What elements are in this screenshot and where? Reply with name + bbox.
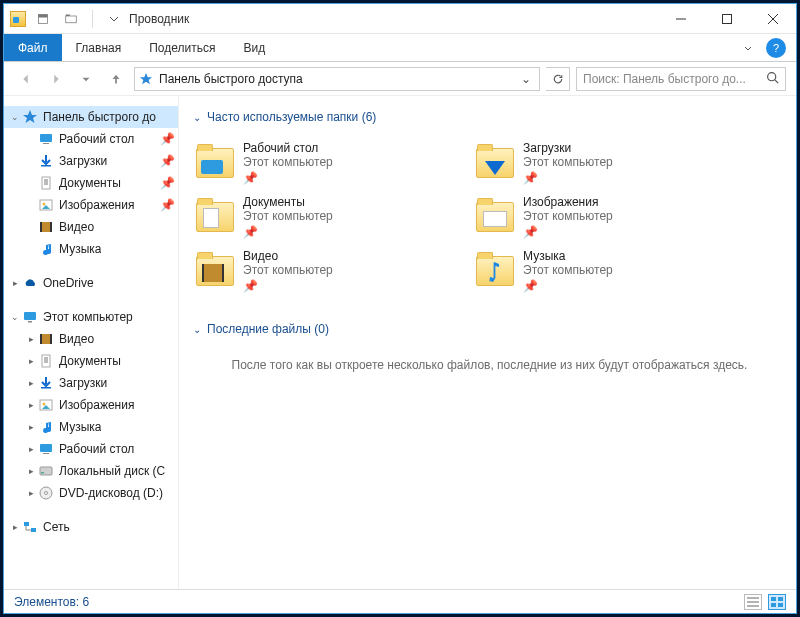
- tile-download[interactable]: ЗагрузкиЭтот компьютер📌: [473, 138, 743, 188]
- tree-network[interactable]: ▸Сеть: [4, 516, 178, 538]
- minimize-button[interactable]: [658, 4, 704, 34]
- tab-view[interactable]: Вид: [229, 34, 279, 61]
- tile-vid[interactable]: ВидеоЭтот компьютер📌: [193, 246, 463, 296]
- chevron-icon: ▸: [24, 466, 38, 476]
- folder-icon: [195, 251, 235, 291]
- explorer-window: Проводник Файл Главная Поделиться Вид ? …: [3, 3, 797, 614]
- tree-pc-disk[interactable]: ▸Локальный диск (C: [4, 460, 178, 482]
- folder-icon: [475, 197, 515, 237]
- window-controls: [658, 4, 796, 34]
- qat-properties-icon[interactable]: [32, 8, 54, 30]
- chevron-icon: ▸: [24, 400, 38, 410]
- tree-onedrive[interactable]: ▸OneDrive: [4, 272, 178, 294]
- search-icon: [766, 71, 779, 87]
- app-icon: [10, 11, 26, 27]
- quickaccess-star-icon: [139, 72, 153, 86]
- svg-point-22: [43, 403, 46, 406]
- svg-rect-25: [40, 467, 52, 475]
- pin-icon: 📌: [160, 132, 172, 146]
- tree-pc-downloads[interactable]: ▸Загрузки: [4, 372, 178, 394]
- tile-texts: МузыкаЭтот компьютер📌: [523, 249, 613, 293]
- tile-texts: Рабочий столЭтот компьютер📌: [243, 141, 333, 185]
- tree-label: OneDrive: [43, 276, 94, 290]
- tile-texts: ДокументыЭтот компьютер📌: [243, 195, 333, 239]
- tile-desktop[interactable]: Рабочий столЭтот компьютер📌: [193, 138, 463, 188]
- tab-home[interactable]: Главная: [62, 34, 136, 61]
- tile-texts: ВидеоЭтот компьютер📌: [243, 249, 333, 293]
- tree-label: Этот компьютер: [43, 310, 133, 324]
- qat-newfolder-icon[interactable]: [60, 8, 82, 30]
- tree-quick-downloads[interactable]: ▸Загрузки📌: [4, 150, 178, 172]
- tree-quick-desktop[interactable]: ▸Рабочий стол📌: [4, 128, 178, 150]
- tree-pc-dvd[interactable]: ▸DVD-дисковод (D:): [4, 482, 178, 504]
- tree-quick-video[interactable]: ▸Видео: [4, 216, 178, 238]
- svg-rect-6: [43, 143, 49, 144]
- svg-rect-26: [41, 472, 44, 474]
- view-tiles-button[interactable]: [768, 594, 786, 610]
- nav-forward-button[interactable]: [44, 67, 68, 91]
- frequent-folders-list: Рабочий столЭтот компьютер📌ЗагрузкиЭтот …: [193, 138, 786, 296]
- tab-share[interactable]: Поделиться: [135, 34, 229, 61]
- titlebar: Проводник: [4, 4, 796, 34]
- tree-quick-access[interactable]: ⌄Панель быстрого до: [4, 106, 178, 128]
- address-dropdown-icon[interactable]: ⌄: [517, 72, 535, 86]
- tree-this-pc[interactable]: ⌄Этот компьютер: [4, 306, 178, 328]
- svg-rect-14: [24, 312, 36, 320]
- tree-label: Изображения: [59, 398, 134, 412]
- tab-file[interactable]: Файл: [4, 34, 62, 61]
- tree-pc-documents[interactable]: ▸Документы: [4, 350, 178, 372]
- pin-icon: 📌: [243, 279, 333, 293]
- music-icon: [38, 419, 54, 435]
- nav-back-button[interactable]: [14, 67, 38, 91]
- address-row: Панель быстрого доступа ⌄ Поиск: Панель …: [4, 62, 796, 96]
- svg-rect-5: [40, 134, 52, 142]
- group-frequent-header[interactable]: ⌄Часто используемые папки (6): [193, 110, 786, 124]
- tree-pc-music[interactable]: ▸Музыка: [4, 416, 178, 438]
- svg-rect-12: [40, 222, 42, 232]
- pin-icon: 📌: [523, 225, 613, 239]
- close-button[interactable]: [750, 4, 796, 34]
- net-icon: [22, 519, 38, 535]
- tile-texts: ЗагрузкиЭтот компьютер📌: [523, 141, 613, 185]
- chevron-down-icon: ⌄: [193, 112, 201, 123]
- tree-quick-pictures[interactable]: ▸Изображения📌: [4, 194, 178, 216]
- svg-rect-33: [771, 603, 776, 607]
- tree-quick-music[interactable]: ▸Музыка: [4, 238, 178, 260]
- qat-dropdown-icon[interactable]: [103, 8, 125, 30]
- nav-recent-dropdown[interactable]: [74, 67, 98, 91]
- tree-label: Музыка: [59, 420, 101, 434]
- status-item-count: Элементов: 6: [14, 595, 89, 609]
- group-recent-header[interactable]: ⌄Последние файлы (0): [193, 322, 786, 336]
- search-box[interactable]: Поиск: Панель быстрого до...: [576, 67, 786, 91]
- address-bar[interactable]: Панель быстрого доступа ⌄: [134, 67, 540, 91]
- body: ⌄Панель быстрого до▸Рабочий стол📌▸Загруз…: [4, 96, 796, 589]
- ribbon-collapse-icon[interactable]: [734, 34, 762, 61]
- group-recent-title: Последние файлы (0): [207, 322, 329, 336]
- tile-title: Видео: [243, 249, 333, 263]
- pin-icon: 📌: [243, 171, 333, 185]
- view-details-button[interactable]: [744, 594, 762, 610]
- help-button[interactable]: ?: [766, 38, 786, 58]
- folder-icon: [195, 143, 235, 183]
- window-title: Проводник: [125, 12, 658, 26]
- tile-doc[interactable]: ДокументыЭтот компьютер📌: [193, 192, 463, 242]
- tree-pc-pictures[interactable]: ▸Изображения: [4, 394, 178, 416]
- tile-music[interactable]: МузыкаЭтот компьютер📌: [473, 246, 743, 296]
- pictures-icon: [38, 397, 54, 413]
- tree-pc-desktop[interactable]: ▸Рабочий стол: [4, 438, 178, 460]
- pin-icon: 📌: [523, 171, 613, 185]
- nav-up-button[interactable]: [104, 67, 128, 91]
- tree-label: Рабочий стол: [59, 132, 134, 146]
- refresh-button[interactable]: [546, 67, 570, 91]
- tree-label: Видео: [59, 220, 94, 234]
- maximize-button[interactable]: [704, 4, 750, 34]
- tree-quick-documents[interactable]: ▸Документы📌: [4, 172, 178, 194]
- tree-label: Сеть: [43, 520, 70, 534]
- tile-pic[interactable]: ИзображенияЭтот компьютер📌: [473, 192, 743, 242]
- qat: [4, 8, 125, 30]
- search-placeholder: Поиск: Панель быстрого до...: [583, 72, 746, 86]
- svg-rect-29: [24, 522, 29, 526]
- ribbon-tabs: Файл Главная Поделиться Вид ?: [4, 34, 796, 62]
- tree-pc-video[interactable]: ▸Видео: [4, 328, 178, 350]
- svg-rect-8: [42, 177, 50, 189]
